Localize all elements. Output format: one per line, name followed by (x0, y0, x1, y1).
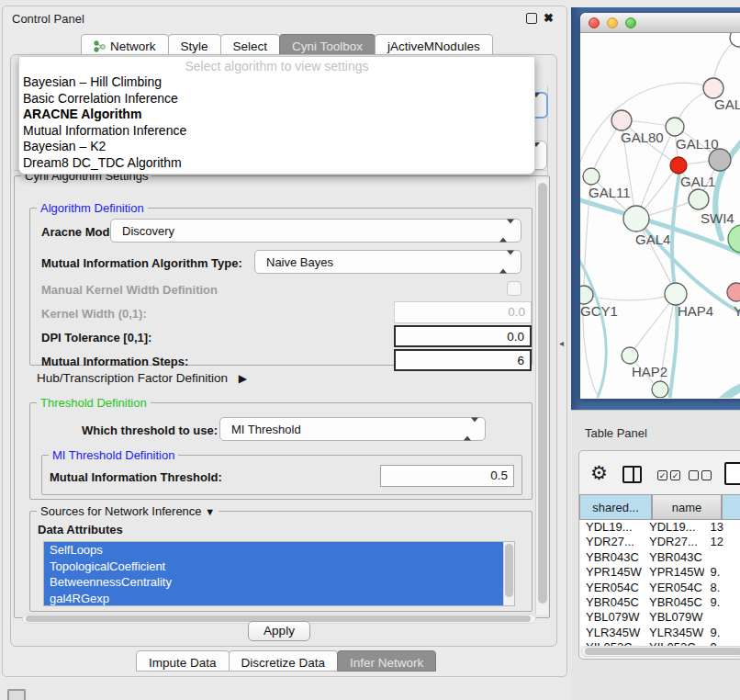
manual-kernel-checkbox[interactable] (507, 281, 521, 296)
tab-impute-data[interactable]: Impute Data (136, 650, 230, 672)
dropdown-placeholder: Select algorithm to view settings (19, 57, 534, 74)
network-view-window: GALGAL80GAL10GAL1GAL11SWI4GAL4GCY1HAP4YH… (580, 13, 740, 399)
collapse-arrow-icon[interactable]: ▼ (205, 506, 215, 517)
dropdown-item[interactable]: Bayesian – Hill Climbing (19, 74, 534, 91)
hub-definition-toggle[interactable]: Hub/Transcription Factor Definition ▶ (37, 371, 247, 385)
close-window-icon[interactable] (589, 17, 600, 28)
aracne-mode-combo[interactable]: Discovery (110, 219, 521, 243)
tab-infer-network[interactable]: Infer Network (337, 650, 436, 672)
table-row[interactable]: YLR345WYLR345W9. (580, 626, 740, 640)
which-threshold-combo[interactable]: MI Threshold (219, 417, 486, 441)
dropdown-item[interactable]: Bayesian – K2 (19, 139, 534, 155)
combo-stepper-icon (499, 255, 514, 269)
network-node[interactable] (665, 283, 687, 305)
column-header-clipped[interactable] (722, 494, 740, 520)
network-node[interactable] (611, 110, 632, 130)
close-panel-icon[interactable]: ✖ (544, 13, 554, 24)
float-panel-icon[interactable] (526, 13, 537, 24)
network-node-label: GAL10 (676, 136, 719, 152)
table-cell: YLR345W (580, 626, 644, 640)
network-node-label: GAL11 (589, 185, 631, 200)
settings-vscrollbar[interactable] (535, 179, 548, 615)
dropdown-item[interactable]: ARACNE Algorithm (19, 107, 534, 123)
algorithm-dropdown: Select algorithm to view settings Bayesi… (18, 56, 535, 175)
network-node[interactable] (583, 168, 600, 185)
network-canvas[interactable]: GALGAL80GAL10GAL1GAL11SWI4GAL4GCY1HAP4YH… (580, 33, 740, 398)
table-row[interactable]: YBR045CYBR045C9. (580, 595, 740, 610)
column-header-name[interactable]: name (652, 494, 722, 520)
network-node[interactable] (623, 206, 649, 231)
table-cell: YDR27... (644, 535, 704, 549)
table-cell: 13 (704, 520, 740, 535)
table-cell: YBR043C (580, 550, 644, 565)
mi-steps-field[interactable]: 6 (394, 349, 532, 371)
table-hscrollbar[interactable] (581, 646, 740, 657)
aracne-mode-label: Aracne Mode: (41, 225, 120, 239)
algorithm-definition-group: Algorithm Definition Aracne Mode: Discov… (29, 208, 533, 366)
attributes-vscrollbar[interactable] (503, 542, 514, 605)
network-node[interactable] (622, 347, 638, 364)
tab-select[interactable]: Select (220, 34, 281, 55)
table-row[interactable]: YBL079WYBL079W (580, 610, 740, 625)
network-node[interactable] (666, 118, 684, 136)
expand-arrow-icon[interactable]: ▶ (239, 372, 247, 385)
table-row[interactable]: YDL19...YDL19...13 (580, 520, 740, 535)
mi-threshold-group: MI Threshold Definition Mutual Informati… (41, 455, 522, 495)
dropdown-item[interactable]: Basic Correlation Inference (19, 91, 534, 107)
mi-threshold-field[interactable]: 0.5 (380, 465, 514, 487)
minimized-panel-icon[interactable] (7, 689, 26, 700)
export-table-icon[interactable] (724, 462, 740, 485)
kernel-width-field[interactable]: 0.0 (394, 301, 532, 323)
column-header-sharedname[interactable]: shared... (579, 494, 652, 520)
gear-icon[interactable]: ⚙ (590, 463, 608, 482)
dpi-tolerance-label: DPI Tolerance [0,1]: (41, 331, 151, 344)
tab-style[interactable]: Style (168, 34, 221, 55)
table-row[interactable]: YPR145WYPR145W9. (580, 565, 740, 580)
table-row[interactable]: YER054CYER054C8. (580, 581, 740, 595)
network-node[interactable] (652, 381, 668, 398)
attribute-list-item[interactable]: gal4RGexp (44, 591, 504, 607)
network-node[interactable] (689, 189, 709, 209)
zoom-window-icon[interactable] (625, 17, 636, 28)
table-row[interactable]: YDR27...YDR27...12 (580, 535, 740, 549)
network-node[interactable] (709, 149, 731, 171)
network-node-label: GAL4 (635, 231, 670, 247)
settings-vscrollbar-thumb[interactable] (538, 183, 547, 604)
network-edge[interactable] (672, 173, 679, 294)
attribute-list-item[interactable]: SelfLoops (44, 542, 504, 559)
tab-cyni-toolbox[interactable]: Cyni Toolbox (279, 34, 376, 55)
table-panel: ⚙ ✓ ✓ shared... name YDL19...YDL19...13Y… (578, 450, 740, 660)
tab-network[interactable]: Network (81, 34, 169, 55)
attribute-list-item[interactable]: TopologicalCoefficient (44, 559, 504, 575)
network-window-titlebar[interactable] (580, 13, 740, 33)
network-edge[interactable] (718, 384, 740, 398)
attribute-list-item[interactable]: BetweennessCentrality (44, 574, 504, 591)
tab-discretize-data[interactable]: Discretize Data (229, 650, 339, 672)
clear-checkboxes-icon[interactable] (689, 470, 712, 480)
tab-jactivemnodules[interactable]: jActiveMNodules (375, 34, 493, 55)
table-cell: YER054C (644, 581, 704, 595)
network-node[interactable] (580, 286, 593, 304)
select-all-checkboxes-icon[interactable]: ✓ ✓ (657, 470, 680, 480)
apply-button[interactable]: Apply (248, 621, 310, 641)
network-node[interactable] (703, 78, 723, 98)
dpi-tolerance-field[interactable]: 0.0 (394, 325, 532, 347)
network-edge[interactable] (669, 294, 677, 398)
attributes-vscrollbar-thumb[interactable] (505, 544, 513, 597)
network-node[interactable] (727, 283, 740, 301)
table-hscrollbar-thumb[interactable] (585, 648, 740, 655)
network-node[interactable] (670, 157, 687, 174)
minimize-window-icon[interactable] (607, 17, 618, 28)
columns-icon[interactable] (622, 466, 642, 483)
network-node-label: GCY1 (580, 303, 618, 319)
network-node-label: HAP4 (678, 303, 713, 319)
combo-stepper-icon (464, 423, 478, 436)
dropdown-item[interactable]: Dream8 DC_TDC Algorithm (19, 155, 534, 172)
table-cell: 9. (704, 626, 740, 640)
control-panel-window: Control Panel ✖ Network Style Select Cyn… (2, 6, 567, 677)
splitter-collapse-icon[interactable]: ◂ (559, 338, 564, 348)
mi-type-combo[interactable]: Naive Bayes (254, 250, 521, 274)
dropdown-item[interactable]: Mutual Information Inference (19, 123, 534, 140)
data-attributes-list[interactable]: SelfLoopsTopologicalCoefficientBetweenne… (43, 541, 515, 606)
table-row[interactable]: YBR043CYBR043C (580, 550, 740, 565)
